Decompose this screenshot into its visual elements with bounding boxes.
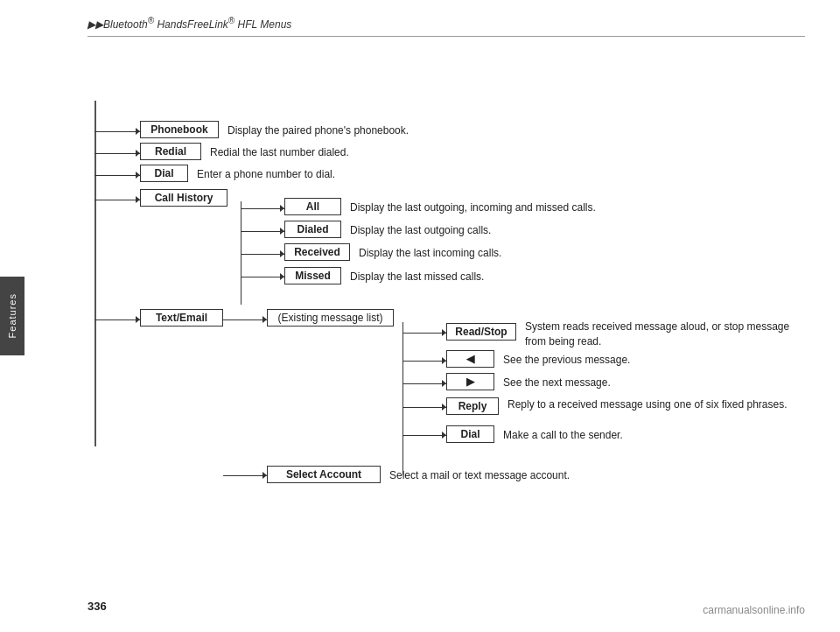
selectaccount-box: Select Account	[267, 466, 381, 483]
readstop-desc: System reads received message aloud, or …	[525, 320, 805, 349]
reply-hline	[402, 407, 446, 408]
reply-box: Reply	[446, 397, 499, 415]
watermark: carmanualsonline.info	[703, 604, 805, 616]
selectaccount-desc: Select a mail or text message account.	[389, 467, 704, 483]
dial-box: Dial	[140, 165, 188, 182]
callhistory-hline	[94, 200, 140, 200]
existing-message-box: (Existing message list)	[267, 309, 394, 327]
readstop-hline	[402, 333, 446, 334]
received-box: Received	[284, 243, 350, 261]
phonebook-box: Phonebook	[140, 121, 219, 138]
all-box: All	[284, 198, 341, 215]
dial2-hline	[402, 435, 446, 436]
page-number: 336	[88, 600, 107, 613]
redial-hline	[94, 153, 140, 154]
features-sidebar-tab: Features	[0, 277, 24, 355]
prev-hline	[402, 361, 446, 362]
missed-desc: Display the last missed calls.	[350, 269, 612, 284]
prev-box: ◀	[446, 350, 494, 368]
breadcrumb: ▶▶Bluetooth® HandsFreeLink® HFL Menus	[88, 16, 291, 31]
all-hline	[241, 208, 284, 209]
dial2-box: Dial	[446, 425, 494, 443]
reply-desc: Reply to a received message using one of…	[508, 397, 796, 412]
dial2-desc: Make a call to the sender.	[503, 427, 766, 443]
callhistory-box: Call History	[140, 189, 228, 207]
redial-desc: Redial the last number dialed.	[210, 144, 472, 160]
prev-desc: See the previous message.	[503, 352, 766, 368]
textemail-to-existing-hline	[223, 320, 267, 320]
next-hline	[402, 383, 446, 384]
phonebook-hline	[94, 131, 140, 132]
readstop-box: Read/Stop	[446, 323, 516, 341]
missed-box: Missed	[284, 267, 341, 284]
redial-box: Redial	[140, 143, 201, 160]
textemail-box: Text/Email	[140, 309, 223, 327]
page-header: ▶▶Bluetooth® HandsFreeLink® HFL Menus	[88, 16, 805, 37]
dialed-box: Dialed	[284, 221, 341, 238]
existing-vbar	[402, 322, 403, 475]
callhistory-vbar	[241, 201, 242, 305]
dial-hline	[94, 175, 140, 176]
received-hline	[241, 254, 284, 255]
all-desc: Display the last outgoing, incoming and …	[350, 200, 682, 215]
dialed-desc: Display the last outgoing calls.	[350, 222, 612, 238]
next-box: ▶	[446, 373, 494, 390]
sidebar-label: Features	[7, 293, 18, 338]
dialed-hline	[241, 231, 284, 232]
next-desc: See the next message.	[503, 375, 766, 390]
received-desc: Display the last incoming calls.	[359, 245, 621, 261]
missed-hline	[241, 277, 284, 277]
dial-desc: Enter a phone number to dial.	[197, 166, 459, 182]
textemail-hline	[94, 320, 140, 320]
selectaccount-hline	[223, 475, 267, 476]
phonebook-desc: Display the paired phone's phonebook.	[228, 123, 525, 138]
